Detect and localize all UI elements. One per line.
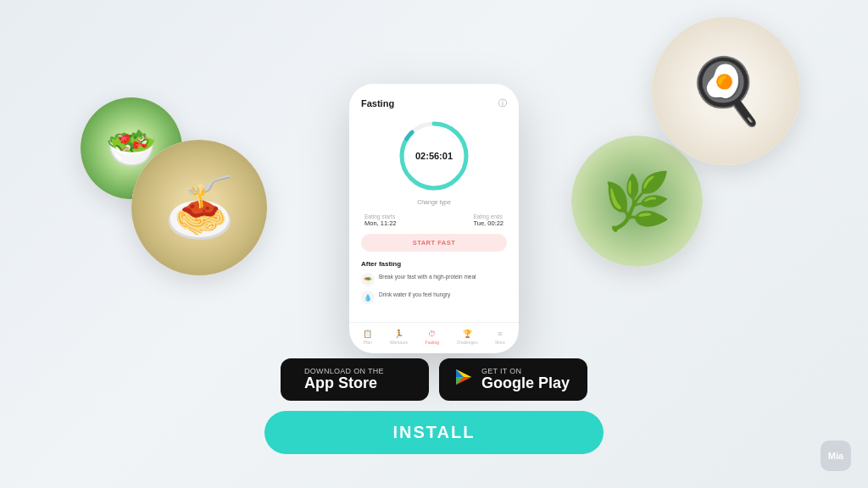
phone-nav: 📋 Plan 🏃 Workouts ⏱ Fasting 🏆 Challenges… xyxy=(349,322,519,353)
fasting-label: Fasting xyxy=(426,340,439,345)
phone-screen-title: Fasting xyxy=(361,98,394,108)
info-icon: ⓘ xyxy=(498,97,507,109)
timer-section: 02:56:01 Change type xyxy=(361,118,507,205)
challenges-icon: 🏆 xyxy=(463,330,472,338)
store-buttons: Download on the App Store GET IT ON Goog… xyxy=(281,358,587,401)
install-button[interactable]: INSTALL xyxy=(264,411,604,454)
nav-more[interactable]: ≡ More xyxy=(495,330,504,345)
eating-ends-block: Eating ends Tue, 00:22 xyxy=(473,214,504,227)
eating-starts-label: Eating starts xyxy=(364,214,397,219)
nav-plan[interactable]: 📋 Plan xyxy=(363,330,372,345)
start-fast-button[interactable]: START FAST xyxy=(361,234,507,252)
plan-icon: 📋 xyxy=(363,330,372,338)
appstore-main-label: App Store xyxy=(304,375,377,392)
eating-ends-label: Eating ends xyxy=(473,214,504,219)
eating-times: Eating starts Mon, 11:22 Eating ends Tue… xyxy=(361,214,507,227)
tip-text-1: Break your fast with a high-protein meal xyxy=(379,273,476,280)
appstore-text: Download on the App Store xyxy=(304,367,384,392)
eating-ends-value: Tue, 00:22 xyxy=(473,219,504,227)
eating-starts-value: Mon, 11:22 xyxy=(364,219,397,227)
tip-text-2: Drink water if you feel hungry xyxy=(379,291,450,298)
timer-display: 02:56:01 xyxy=(415,151,453,161)
plan-label: Plan xyxy=(364,340,372,345)
play-icon xyxy=(454,368,473,391)
nav-challenges[interactable]: 🏆 Challenges xyxy=(457,330,478,345)
tip-icon-1: 🥗 xyxy=(361,273,375,286)
nav-fasting[interactable]: ⏱ Fasting xyxy=(426,330,439,345)
googleplay-text: GET IT ON Google Play xyxy=(481,367,570,392)
phone-mockup: Fasting ⓘ 02:56:01 Change type Eating st… xyxy=(349,84,519,353)
tip-icon-2: 💧 xyxy=(361,291,375,304)
mia-badge[interactable]: Mia xyxy=(821,441,851,471)
fasting-icon: ⏱ xyxy=(428,330,436,338)
googleplay-main-label: Google Play xyxy=(481,375,570,392)
timer-circle: 02:56:01 xyxy=(396,118,472,194)
after-fasting-title: After fasting xyxy=(361,260,507,268)
nav-workouts[interactable]: 🏃 Workouts xyxy=(390,330,408,345)
more-icon: ≡ xyxy=(498,330,502,338)
bottom-section: Download on the App Store GET IT ON Goog… xyxy=(264,358,604,454)
change-type-label[interactable]: Change type xyxy=(417,199,451,205)
pasta-image: 🍝 xyxy=(131,140,267,275)
more-label: More xyxy=(495,340,504,345)
asparagus-image: 🌿 xyxy=(571,136,703,267)
googleplay-button[interactable]: GET IT ON Google Play xyxy=(439,358,587,401)
toast-image: 🍳 xyxy=(652,17,800,165)
workouts-icon: 🏃 xyxy=(394,330,403,338)
appstore-button[interactable]: Download on the App Store xyxy=(281,358,429,401)
tip-item-1: 🥗 Break your fast with a high-protein me… xyxy=(361,273,507,286)
workouts-label: Workouts xyxy=(390,340,408,345)
tip-item-2: 💧 Drink water if you feel hungry xyxy=(361,291,507,304)
eating-starts-block: Eating starts Mon, 11:22 xyxy=(364,214,397,227)
challenges-label: Challenges xyxy=(457,340,478,345)
